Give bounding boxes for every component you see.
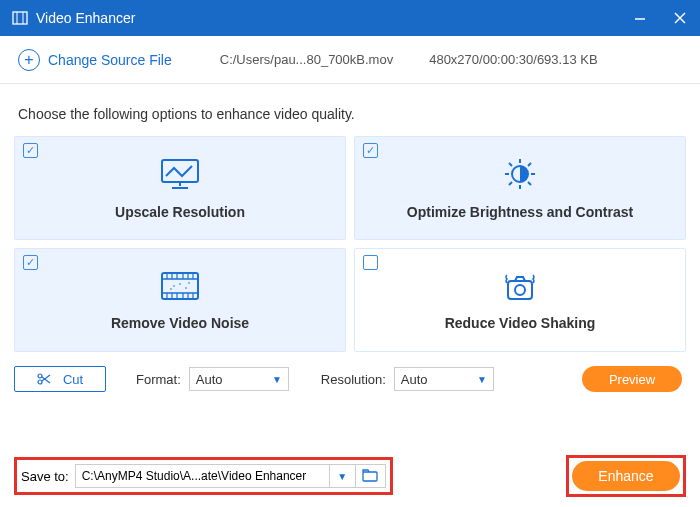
svg-point-40	[38, 374, 42, 378]
save-row: Save to: ▼ Enhance	[0, 455, 700, 497]
scissors-icon	[37, 372, 51, 386]
chevron-down-icon: ▼	[477, 374, 487, 385]
svg-point-39	[515, 285, 525, 295]
svg-point-36	[170, 288, 172, 290]
svg-line-15	[528, 182, 531, 185]
instruction-text: Choose the following options to enhance …	[0, 84, 700, 136]
save-path-input[interactable]	[75, 464, 330, 488]
card-upscale-resolution[interactable]: ✓ Upscale Resolution	[14, 136, 346, 240]
card-label: Remove Video Noise	[111, 315, 249, 331]
enhance-highlight: Enhance	[566, 455, 686, 497]
chevron-down-icon: ▼	[272, 374, 282, 385]
resolution-value: Auto	[401, 372, 428, 387]
checkbox-icon[interactable]: ✓	[23, 255, 38, 270]
cut-label: Cut	[63, 372, 83, 387]
change-source-label: Change Source File	[48, 52, 172, 68]
card-label: Optimize Brightness and Contrast	[407, 204, 633, 220]
plus-icon: +	[18, 49, 40, 71]
card-label: Reduce Video Shaking	[445, 315, 596, 331]
titlebar: Video Enhancer	[0, 0, 700, 36]
card-remove-noise[interactable]: ✓ Remove Video Noise	[14, 248, 346, 352]
checkbox-icon[interactable]: ✓	[23, 143, 38, 158]
card-reduce-shaking[interactable]: Reduce Video Shaking	[354, 248, 686, 352]
card-brightness-contrast[interactable]: ✓ Optimize Brightness and Contrast	[354, 136, 686, 240]
change-source-button[interactable]: + Change Source File	[18, 49, 172, 71]
cut-button[interactable]: Cut	[14, 366, 106, 392]
svg-line-16	[509, 182, 512, 185]
source-file-info: 480x270/00:00:30/693.13 KB	[429, 52, 597, 67]
svg-line-17	[528, 163, 531, 166]
card-label: Upscale Resolution	[115, 204, 245, 220]
svg-point-35	[185, 287, 187, 289]
brightness-icon	[499, 156, 541, 192]
svg-line-14	[509, 163, 512, 166]
svg-rect-38	[508, 281, 532, 299]
options-grid: ✓ Upscale Resolution ✓ Optimize Brightne…	[0, 136, 700, 352]
film-icon	[158, 269, 202, 303]
browse-folder-button[interactable]	[356, 464, 386, 488]
svg-rect-6	[162, 160, 198, 182]
svg-point-41	[38, 380, 42, 384]
options-row: Cut Format: Auto ▼ Resolution: Auto ▼ Pr…	[0, 352, 700, 392]
resolution-select[interactable]: Auto ▼	[394, 367, 494, 391]
monitor-icon	[158, 156, 202, 192]
format-label: Format:	[136, 372, 181, 387]
svg-rect-44	[363, 472, 377, 481]
close-button[interactable]	[660, 0, 700, 36]
svg-point-37	[188, 282, 190, 284]
checkbox-icon[interactable]	[363, 255, 378, 270]
svg-point-33	[173, 285, 175, 287]
titlebar-title: Video Enhancer	[36, 10, 135, 26]
minimize-button[interactable]	[620, 0, 660, 36]
format-value: Auto	[196, 372, 223, 387]
enhance-button[interactable]: Enhance	[572, 461, 680, 491]
checkbox-icon[interactable]: ✓	[363, 143, 378, 158]
toolbar: + Change Source File C:/Users/pau...80_7…	[0, 36, 700, 84]
resolution-label: Resolution:	[321, 372, 386, 387]
save-path-dropdown[interactable]: ▼	[330, 464, 356, 488]
source-file-path: C:/Users/pau...80_700kB.mov	[220, 52, 393, 67]
svg-point-34	[179, 283, 181, 285]
camera-shake-icon	[497, 269, 543, 303]
svg-rect-0	[13, 12, 27, 24]
preview-button[interactable]: Preview	[582, 366, 682, 392]
format-select[interactable]: Auto ▼	[189, 367, 289, 391]
save-to-label: Save to:	[21, 469, 69, 484]
enhance-label: Enhance	[598, 468, 653, 484]
save-to-group: Save to: ▼	[14, 457, 393, 495]
preview-label: Preview	[609, 372, 655, 387]
app-logo-icon	[12, 10, 28, 26]
